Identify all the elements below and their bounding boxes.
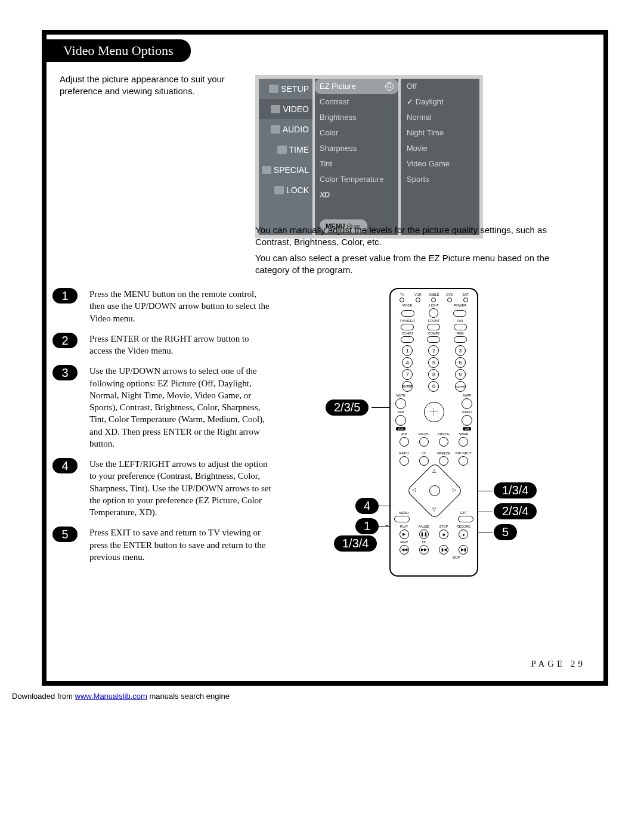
osd-screenshot: SETUP VIDEO AUDIO TIME SPECIAL LOCK EZ P… <box>255 75 483 239</box>
remote-menu-label: MENU <box>394 511 414 515</box>
time-icon <box>277 145 287 154</box>
step-3: 3 Use the UP/DOWN arrows to select one o… <box>52 365 273 450</box>
remote-front-button <box>427 324 440 330</box>
remote-pipinput-label: PIP INPUT <box>454 451 473 455</box>
osd-color: Color <box>315 125 398 141</box>
osd-movie: Movie <box>401 141 479 156</box>
remote-swap-label: SWAP <box>454 432 473 436</box>
osd-special: SPECIAL <box>274 162 309 178</box>
remote-play-button: ▶ <box>400 529 409 539</box>
remote-sap-label: SAP <box>397 410 404 414</box>
remote-light-button <box>429 308 438 318</box>
remote-record-button: ● <box>459 529 468 539</box>
remote-pause-label: PAUSE <box>414 525 434 528</box>
remote-tvvideo-button <box>401 324 414 330</box>
remote-tv-label: TV <box>394 293 410 296</box>
remote-pipinput-button <box>459 456 468 466</box>
osd-video: VIDEO <box>283 101 309 117</box>
osd-setup: SETUP <box>281 81 309 97</box>
remote-cc-label: CC <box>414 451 434 455</box>
remote-pause-button: ❚❚ <box>419 529 429 539</box>
video-icon <box>271 105 280 113</box>
osd-sharpness: Sharpness <box>315 141 398 156</box>
callout-right: 2/3/4 <box>494 503 537 519</box>
osd-time: TIME <box>289 142 309 157</box>
remote-swap-button <box>459 437 468 447</box>
remote-ratio-button <box>400 456 409 466</box>
page-number: PAGE 29 <box>531 659 586 669</box>
remote-dpad: △ ▽ ◁ ▷ <box>407 469 461 511</box>
remote-comp1-label: COMP1 <box>394 332 420 335</box>
callout-enter: 2/3/5 <box>326 400 369 416</box>
footer-link[interactable]: www.Manualslib.com <box>75 692 147 701</box>
osd-tint: Tint <box>315 156 398 172</box>
step-num-1: 1 <box>52 288 78 304</box>
remote-vol-rocker: MUTE SAP VOL <box>394 394 407 431</box>
osd-brightness: Brightness <box>315 110 398 125</box>
step-num-4: 4 <box>52 458 78 473</box>
footer-pre: Downloaded from <box>12 692 75 701</box>
step-text-1: Press the MENU button on the remote cont… <box>89 288 273 324</box>
remote-pipchp-button <box>439 437 448 447</box>
step-4: 4 Use the LEFT/RIGHT arrows to adjust th… <box>52 458 273 518</box>
remote-tvvideo-label: TV/VIDEO <box>394 319 420 323</box>
remote-num-6: 6 <box>455 357 466 368</box>
audio-icon <box>271 125 280 134</box>
osd-middle-column: EZ PictureG Contrast Brightness Color Sh… <box>312 79 401 235</box>
led-tv <box>400 298 404 302</box>
remote-cable-label: CABLE <box>426 293 442 296</box>
remote-enter-button: ENTER <box>402 381 413 392</box>
remote-freeze-button <box>439 456 448 466</box>
remote-stop-label: STOP <box>434 525 454 528</box>
remote-dvd-label: DVD <box>442 293 458 296</box>
download-footer: Downloaded from www.Manualslib.com manua… <box>12 692 644 701</box>
step-1: 1 Press the MENU button on the remote co… <box>52 288 273 324</box>
remote-num-9: 9 <box>455 369 466 380</box>
osd-off: Off <box>401 79 479 94</box>
remote-outline: TV VCR CABLE DVD SAT MODELIGHTPOWER <box>389 288 478 577</box>
remote-comp1-button <box>401 336 414 343</box>
remote-num-3: 3 <box>455 345 466 356</box>
content-frame: Video Menu Options Adjust the picture ap… <box>42 30 608 686</box>
step-text-5: Press EXIT to save and return to TV view… <box>89 527 273 563</box>
remote-skipfwd-button: ▶▮ <box>459 545 468 555</box>
remote-skip-label: SKIP <box>444 556 469 559</box>
paragraph-1: You can manually adjust the levels for t… <box>255 224 565 249</box>
callout-down: 1/3/4 <box>334 535 377 552</box>
intro-text: Adjust the picture appearance to suit yo… <box>60 73 268 97</box>
remote-flashbk-button: FLASHBK <box>455 381 466 392</box>
remote-num-7: 7 <box>402 369 413 380</box>
step-5: 5 Press EXIT to save and return to TV vi… <box>52 527 273 563</box>
remote-rgb-button <box>454 336 467 343</box>
osd-normal: Normal <box>401 110 479 125</box>
remote-power-label: POWER <box>447 304 473 307</box>
remote-ch-label: CH <box>463 427 470 431</box>
remote-diagram: 2/3/5 4 1 1/3/4 1/3/4 2/3/4 5 TV VCR CA <box>279 285 583 589</box>
remote-dpad-left: ◁ <box>412 487 416 493</box>
remote-num-4: 4 <box>402 357 413 368</box>
step-num-5: 5 <box>52 527 78 542</box>
remote-ch-rocker: SURF VIDEO CH <box>460 394 473 431</box>
step-2: 2 Press ENTER or the RIGHT arrow button … <box>52 333 273 357</box>
remote-cc-button <box>419 456 429 466</box>
osd-game: Video Game <box>401 156 479 172</box>
page: Video Menu Options Adjust the picture ap… <box>0 0 644 713</box>
led-vcr <box>416 298 420 302</box>
remote-comp2-button <box>427 336 440 343</box>
callout-exit: 5 <box>494 524 517 540</box>
osd-xd: XD <box>315 187 398 203</box>
remote-comp2-label: COMP2 <box>420 332 447 335</box>
remote-mode-button <box>401 310 414 317</box>
setup-icon <box>269 85 278 93</box>
paragraph-2: You can also select a preset value from … <box>255 252 565 277</box>
g-icon: G <box>385 82 394 91</box>
osd-color-temp: Color Temperature <box>315 172 398 187</box>
osd-left-column: SETUP VIDEO AUDIO TIME SPECIAL LOCK <box>259 79 312 235</box>
led-cable <box>431 298 436 302</box>
remote-num-0: 0 <box>428 381 439 392</box>
lock-icon <box>274 186 284 194</box>
remote-pip-button <box>400 437 409 447</box>
remote-dpad-center <box>429 485 440 496</box>
remote-video-label: VIDEO <box>462 410 472 414</box>
remote-dvi-button <box>454 324 467 330</box>
